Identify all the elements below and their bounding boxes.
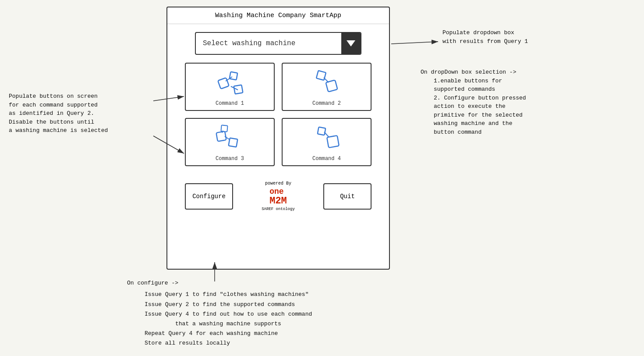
bottom-note-6: Store all results locally: [127, 338, 312, 348]
right-line1: On dropDown box selection ->: [421, 69, 516, 75]
washing-machine-dropdown[interactable]: Select washing machine: [195, 32, 361, 55]
one-text: one: [269, 187, 283, 196]
saref-label: SAREF ontology: [262, 207, 295, 211]
bottom-note-3: Issue Query 4 to find out how to use eac…: [127, 310, 312, 319]
bottom-row: Configure powered By one M2M SAREF ontol…: [167, 173, 389, 219]
m2m-text: M2M: [269, 196, 287, 206]
onem2m-logo: powered By one M2M SAREF ontology: [262, 181, 295, 211]
right-line7: washing machine and the: [421, 120, 512, 127]
command-4-label: Command 4: [312, 156, 341, 162]
powered-by-label: powered By: [265, 181, 291, 186]
command-2-icon: [309, 68, 344, 101]
onem2m-brand: one M2M: [269, 187, 287, 206]
right-line4: 2. Configure button pressed: [421, 95, 526, 101]
quit-button[interactable]: Quit: [323, 183, 372, 210]
bottom-note-4: that a washing machine supports: [127, 319, 312, 329]
command-1-button[interactable]: Command 1: [185, 63, 275, 111]
right-line8: button command: [421, 129, 481, 135]
svg-rect-11: [221, 125, 227, 132]
left-line3: as identified in Query 2.: [9, 110, 94, 117]
svg-rect-0: [218, 78, 229, 89]
on-configure-label: On configure ->: [127, 278, 312, 288]
top-right-annotation: Populate dropdown box with results from …: [442, 28, 528, 46]
bottom-note-2: Issue Query 2 to find the supported comm…: [127, 300, 312, 310]
commands-grid: Command 1 Command 2: [167, 63, 389, 166]
command-3-button[interactable]: Command 3: [185, 118, 275, 166]
left-line4: Disable the buttons until: [9, 119, 94, 125]
dropdown-label: Select washing machine: [196, 39, 341, 47]
left-annotation: Populate buttons on screen for each comm…: [9, 92, 108, 135]
right-line5: action to execute the: [421, 103, 506, 110]
right-line3: supported commands: [421, 86, 495, 93]
app-frame: Washing Machine Company SmartApp Select …: [166, 7, 390, 270]
svg-line-17: [391, 42, 438, 44]
svg-rect-1: [229, 72, 237, 80]
command-4-button[interactable]: Command 4: [282, 118, 372, 166]
svg-rect-13: [317, 127, 326, 135]
left-line2: for each command supported: [9, 102, 98, 108]
right-line2: 1.enable buttons for: [421, 78, 502, 84]
svg-rect-4: [234, 85, 243, 94]
bottom-note-5: Repeat Query 4 for each washing machine: [127, 329, 312, 338]
command-2-label: Command 2: [312, 100, 341, 107]
right-line6: primitive for the selected: [421, 112, 523, 118]
command-4-icon: [309, 123, 344, 156]
configure-button[interactable]: Configure: [185, 183, 233, 210]
left-line1: Populate buttons on screen: [9, 93, 98, 100]
svg-line-7: [324, 78, 329, 82]
command-3-icon: [212, 123, 248, 156]
right-annotation: On dropDown box selection -> 1.enable bu…: [421, 68, 526, 136]
bottom-note-1: Issue Query 1 to find "clothes washing m…: [127, 290, 312, 299]
command-1-icon: [212, 68, 248, 101]
command-2-button[interactable]: Command 2: [282, 63, 372, 111]
top-right-line1: Populate dropdown box: [442, 29, 514, 36]
command-1-label: Command 1: [216, 100, 244, 107]
top-right-line2: with results from Query 1: [442, 38, 528, 45]
app-title: Washing Machine Company SmartApp: [167, 7, 389, 24]
bottom-notes: On configure -> Issue Query 1 to find "c…: [127, 278, 312, 348]
dropdown-arrow-icon[interactable]: [341, 33, 361, 54]
command-3-label: Command 3: [216, 156, 244, 162]
left-line5: a washing machine is selected: [9, 127, 108, 134]
